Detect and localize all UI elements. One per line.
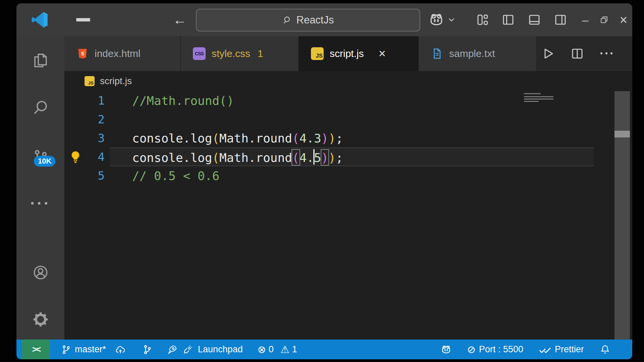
editor-actions: ···: [541, 36, 615, 71]
code-token: 4.: [300, 151, 314, 165]
code-token: console.log: [132, 131, 212, 145]
split-editor-icon[interactable]: [570, 47, 584, 61]
live-server-port-status[interactable]: ⊘ Port : 5500: [467, 344, 523, 355]
tab-bar: 5 index.html CSS style.css 1 JS script.j…: [64, 36, 632, 71]
tab-index-html[interactable]: 5 index.html: [64, 36, 181, 71]
more-actions-icon[interactable]: ···: [600, 47, 615, 61]
notifications-bell-icon[interactable]: [599, 344, 611, 355]
code-text[interactable]: console.log(Math.round(4.5));: [132, 149, 343, 165]
css-file-icon: CSS: [193, 47, 206, 60]
close-button[interactable]: ×: [617, 13, 630, 26]
prettier-status[interactable]: Prettier: [539, 344, 584, 355]
toggle-secondary-sidebar-icon[interactable]: [553, 12, 568, 27]
settings-gear-icon[interactable]: [16, 309, 64, 330]
more-views-icon[interactable]: ···: [16, 192, 64, 214]
account-icon[interactable]: [16, 262, 64, 283]
code-line[interactable]: 4console.log(Math.round(4.5));: [64, 147, 632, 166]
js-file-icon: JS: [85, 76, 95, 86]
code-text[interactable]: //Math.round(): [132, 94, 234, 108]
code-token: ): [321, 131, 329, 145]
remote-indicator[interactable]: ><: [22, 340, 50, 359]
code-line[interactable]: 3console.log(Math.round(4.3));: [64, 129, 632, 147]
gutter[interactable]: 2: [64, 110, 132, 129]
code-text[interactable]: // 0.5 < 0.6: [132, 169, 219, 183]
source-control-graph-button[interactable]: [142, 344, 153, 355]
code-token: Math.round: [219, 151, 292, 165]
vscode-window: ← → ReactJs – ×: [16, 3, 632, 359]
code-token: // 0.5 < 0.6: [132, 169, 219, 183]
code-line[interactable]: 5// 0.5 < 0.6: [64, 166, 632, 185]
tab-style-css[interactable]: CSS style.css 1: [181, 36, 299, 71]
chevron-down-icon[interactable]: [446, 15, 457, 25]
lightbulb-icon[interactable]: [68, 150, 83, 164]
launchpad-button[interactable]: Launchpad: [167, 344, 243, 355]
code-text[interactable]: console.log(Math.round(4.3));: [132, 131, 343, 145]
prettier-label: Prettier: [555, 344, 584, 355]
code-token: ;: [336, 151, 343, 165]
tab-label: style.css: [212, 48, 250, 59]
code-token: (: [292, 131, 300, 145]
explorer-icon[interactable]: [16, 50, 64, 71]
menu-icon[interactable]: [75, 13, 91, 26]
problems-status[interactable]: ⊗ 0 ⚠ 1: [258, 344, 297, 355]
search-icon: [282, 15, 292, 25]
svg-text:5: 5: [81, 51, 84, 56]
double-check-icon: [539, 345, 551, 354]
code-token: Math.round: [219, 131, 292, 145]
tab-problem-badge: 1: [258, 48, 263, 59]
tab-close-icon[interactable]: ×: [379, 48, 386, 60]
gutter[interactable]: 4: [64, 147, 132, 166]
code-lines: 1//Math.round()23console.log(Math.round(…: [64, 91, 632, 185]
vscode-logo-icon: [31, 10, 49, 29]
customize-layout-icon[interactable]: [475, 12, 490, 27]
blocked-icon: ⊘: [467, 345, 476, 355]
plug-icon: [182, 344, 193, 355]
title-bar: ← → ReactJs – ×: [16, 3, 632, 36]
code-token: 4.3: [300, 131, 321, 145]
source-control-badge: 10K: [34, 156, 55, 167]
code-line[interactable]: 2: [64, 110, 632, 129]
warning-icon: ⚠: [280, 345, 289, 355]
port-label: Port : 5500: [479, 344, 523, 355]
copilot-status-icon[interactable]: [440, 344, 452, 355]
tab-script-js[interactable]: JS script.js ×: [299, 36, 419, 71]
code-token: //Math.round(): [132, 94, 234, 108]
breadcrumb[interactable]: JS script.js: [64, 71, 632, 91]
command-center-search[interactable]: ReactJs: [196, 9, 420, 32]
launchpad-label: Launchpad: [198, 344, 243, 355]
activity-bar: 10K ···: [16, 36, 64, 340]
code-token: ): [328, 151, 336, 165]
code-token: ): [328, 131, 336, 145]
scrollbar-thumb[interactable]: [614, 131, 630, 137]
gutter[interactable]: 1: [64, 91, 132, 110]
html-file-icon: 5: [76, 48, 89, 60]
error-count: 0: [269, 344, 274, 355]
toggle-panel-icon[interactable]: [527, 12, 542, 27]
restore-button[interactable]: [597, 13, 611, 26]
tab-sample-txt[interactable]: sample.txt: [419, 36, 537, 71]
txt-file-icon: [431, 48, 443, 60]
minimap[interactable]: [524, 93, 561, 103]
git-branch-status[interactable]: master*: [61, 344, 106, 355]
scrollbar[interactable]: [614, 91, 630, 340]
line-number: 1: [98, 94, 105, 107]
editor[interactable]: 1//Math.round()23console.log(Math.round(…: [64, 91, 632, 340]
line-number: 3: [98, 131, 105, 145]
branch-name: master*: [75, 344, 106, 355]
error-icon: ⊗: [258, 345, 266, 355]
toggle-sidebar-icon[interactable]: [501, 12, 516, 27]
search-view-icon[interactable]: [16, 97, 64, 119]
copilot-icon[interactable]: [427, 10, 446, 29]
code-token: (: [212, 151, 219, 165]
minimize-button[interactable]: –: [579, 13, 592, 26]
run-button[interactable]: [541, 47, 555, 61]
code-token: (: [212, 131, 219, 145]
back-button[interactable]: ←: [173, 13, 187, 27]
gutter[interactable]: 5: [64, 166, 132, 185]
source-control-icon[interactable]: 10K: [16, 146, 64, 168]
code-token: (: [292, 151, 300, 165]
sync-changes-button[interactable]: [115, 344, 126, 355]
code-token: ): [321, 151, 329, 165]
gutter[interactable]: 3: [64, 129, 132, 147]
tab-label: script.js: [330, 48, 364, 59]
